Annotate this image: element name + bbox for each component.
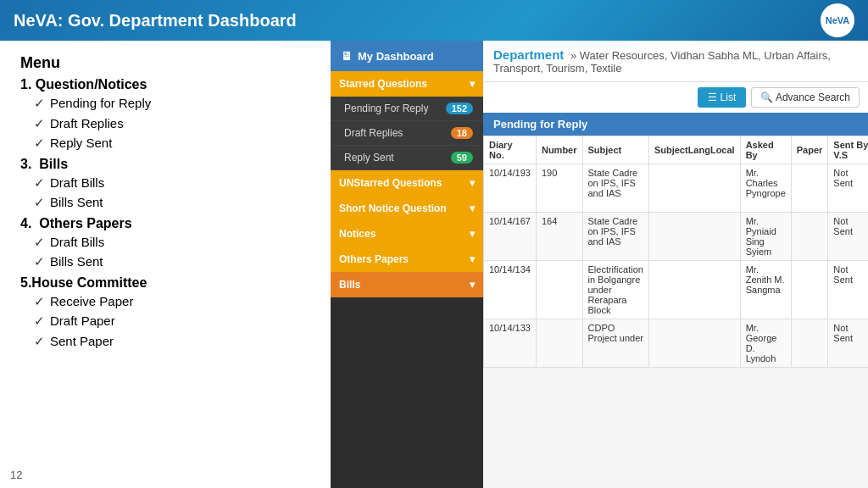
cell-paper	[791, 319, 828, 368]
chevron-down-icon-4: ▾	[470, 228, 475, 240]
cell-number: 164	[536, 213, 582, 261]
sidebar-header-label: My Dashboard	[358, 50, 434, 63]
menu-section-title-4: 4. Others Papers	[20, 216, 310, 231]
notices-label: Notices	[339, 228, 376, 240]
sidebar-item-notices[interactable]: Notices ▾	[331, 221, 483, 247]
sidebar-item-starred-questions[interactable]: Starred Questions ▾	[331, 71, 483, 97]
bills-label: Bills	[339, 279, 360, 291]
cell-sent-by: Not Sent	[828, 213, 868, 261]
cell-diary: 10/14/167	[484, 213, 537, 261]
cell-asked-by: Mr. George D. Lyndoh	[740, 319, 791, 368]
page-number: 12	[10, 469, 22, 481]
draft-replies-badge: 18	[451, 127, 473, 139]
menu-section-bills: 3. Bills Draft Bills Bills Sent	[20, 157, 310, 213]
pending-reply-label: Pending For Reply	[344, 103, 428, 114]
sidebar-item-short-notice[interactable]: Short Notice Question ▾	[331, 196, 483, 221]
menu-section-others: 4. Others Papers Draft Bills Bills Sent	[20, 216, 310, 272]
cell-number	[536, 261, 582, 319]
reply-sent-label: Reply Sent	[344, 152, 394, 164]
data-table: DiaryNo. Number Subject SubjectLangLocal…	[483, 136, 868, 368]
table-row: 10/14/193 190 State Cadre on IPS, IFS an…	[484, 164, 869, 213]
menu-item-draft-replies[interactable]: Draft Replies	[34, 114, 310, 134]
others-papers-label: Others Papers	[339, 253, 409, 265]
menu-section-house: 5.House Committee Receive Paper Draft Pa…	[20, 275, 310, 352]
col-subject: Subject	[582, 136, 648, 164]
menu-item-sent-paper[interactable]: Sent Paper	[34, 332, 310, 352]
cell-diary: 10/14/134	[484, 261, 537, 319]
sidebar-sub-reply-sent[interactable]: Reply Sent 59	[331, 146, 483, 170]
cell-subject: CDPO Project under	[582, 319, 648, 368]
reply-sent-badge: 59	[451, 152, 473, 164]
col-asked: AskedBy	[740, 136, 791, 164]
cell-paper	[791, 164, 828, 213]
menu-section-title-5: 5.House Committee	[20, 275, 310, 291]
advance-search-button[interactable]: 🔍 Advance Search	[751, 87, 860, 108]
cell-asked-by: Mr. Zenith M. Sangma	[740, 261, 791, 319]
menu-item-draft-paper[interactable]: Draft Paper	[34, 312, 310, 331]
cell-lang	[648, 164, 740, 213]
cell-sent-by: Not Sent	[828, 164, 868, 213]
list-button[interactable]: ☰ List	[698, 87, 746, 108]
cell-paper	[791, 261, 828, 319]
dept-label: Department	[493, 47, 564, 62]
dept-header: Department » Water Resources, Vidhan Sab…	[483, 41, 868, 82]
menu-section-questions: 1. Question/Notices Pending for Reply Dr…	[20, 77, 310, 153]
short-notice-label: Short Notice Question	[339, 202, 447, 214]
search-bar: ☰ List 🔍 Advance Search	[483, 82, 868, 113]
cell-sent-by: Not Sent	[828, 319, 868, 368]
cell-lang	[648, 261, 740, 319]
draft-replies-label: Draft Replies	[344, 127, 403, 139]
left-menu-panel: Menu 1. Question/Notices Pending for Rep…	[0, 41, 331, 488]
app-header: NeVA: Gov. Department Dashboard NeVA	[0, 0, 868, 41]
menu-section-title-3: 3. Bills	[20, 157, 310, 172]
sidebar-sub-pending-reply[interactable]: Pending For Reply 152	[331, 97, 483, 121]
cell-number: 190	[536, 164, 582, 213]
chevron-down-icon-5: ▾	[470, 253, 475, 265]
sidebar-sub-draft-replies[interactable]: Draft Replies 18	[331, 121, 483, 146]
menu-title: Menu	[20, 54, 310, 72]
menu-item-bills-sent-2[interactable]: Bills Sent	[34, 252, 310, 272]
menu-item-pending-reply[interactable]: Pending for Reply	[34, 94, 310, 114]
menu-item-draft-bills-1[interactable]: Draft Bills	[34, 174, 310, 193]
cell-diary: 10/14/133	[484, 319, 537, 368]
app-logo: NeVA	[821, 3, 854, 37]
table-section-header: Pending for Reply	[483, 113, 868, 136]
menu-item-draft-bills-2[interactable]: Draft Bills	[34, 233, 310, 252]
cell-lang	[648, 213, 740, 261]
cell-sent-by: Not Sent	[828, 261, 868, 319]
chevron-down-icon: ▾	[470, 78, 475, 90]
col-number: Number	[536, 136, 582, 164]
col-lang: SubjectLangLocal	[648, 136, 740, 164]
col-diary: DiaryNo.	[484, 136, 537, 164]
sidebar-item-unstarred-questions[interactable]: UNStarred Questions ▾	[331, 170, 483, 196]
cell-asked-by: Mr. Pyniaid Sing Syiem	[740, 213, 791, 261]
menu-section-title-1: 1. Question/Notices	[20, 77, 310, 92]
table-row: 10/14/133 CDPO Project under Mr. George …	[484, 319, 869, 368]
cell-paper	[791, 213, 828, 261]
cell-number	[536, 319, 582, 368]
chevron-down-icon-6: ▾	[470, 279, 475, 291]
menu-item-bills-sent-1[interactable]: Bills Sent	[34, 193, 310, 213]
pending-reply-badge: 152	[446, 103, 473, 114]
chevron-down-icon-3: ▾	[470, 202, 475, 214]
table-row: 10/14/134 Electrification in Bolgangre u…	[484, 261, 869, 319]
menu-item-reply-sent[interactable]: Reply Sent	[34, 134, 310, 153]
cell-asked-by: Mr. Charles Pyngrope	[740, 164, 791, 213]
sidebar-item-bills[interactable]: Bills ▾	[331, 272, 483, 297]
col-sent-by: Sent ByV.S	[828, 136, 868, 164]
content-panel: Department » Water Resources, Vidhan Sab…	[483, 41, 868, 488]
table-row: 10/14/167 164 State Cadre on IPS, IFS an…	[484, 213, 869, 261]
cell-diary: 10/14/193	[484, 164, 537, 213]
main-content: Menu 1. Question/Notices Pending for Rep…	[0, 41, 868, 488]
starred-questions-label: Starred Questions	[339, 78, 427, 90]
unstarred-questions-label: UNStarred Questions	[339, 177, 442, 189]
cell-lang	[648, 319, 740, 368]
dashboard-icon: 🖥	[341, 49, 353, 63]
sidebar-header: 🖥 My Dashboard	[331, 41, 483, 71]
col-paper: Paper	[791, 136, 828, 164]
chevron-down-icon-2: ▾	[470, 177, 475, 189]
sidebar-item-others-papers[interactable]: Others Papers ▾	[331, 247, 483, 272]
menu-item-receive-paper[interactable]: Receive Paper	[34, 292, 310, 312]
cell-subject: State Cadre on IPS, IFS and IAS	[582, 213, 648, 261]
app-title: NeVA: Gov. Department Dashboard	[14, 11, 297, 30]
